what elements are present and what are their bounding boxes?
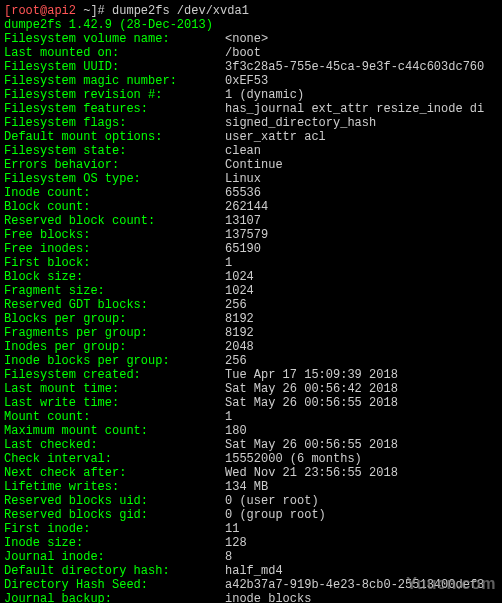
row-value: 256: [225, 298, 247, 312]
row-value: 1: [225, 256, 232, 270]
row-label: Inodes per group:: [4, 340, 225, 354]
row-value: 2048: [225, 340, 254, 354]
row-value: 128: [225, 536, 247, 550]
row-value: 8192: [225, 312, 254, 326]
row-label: Filesystem magic number:: [4, 74, 225, 88]
row-label: Errors behavior:: [4, 158, 225, 172]
row-value: 8: [225, 550, 232, 564]
output-row: Last mount time:Sat May 26 00:56:42 2018: [4, 382, 498, 396]
output-row: Block count:262144: [4, 200, 498, 214]
output-row: Inode blocks per group:256: [4, 354, 498, 368]
output-row: Blocks per group:8192: [4, 312, 498, 326]
row-label: Filesystem state:: [4, 144, 225, 158]
header-line: dumpe2fs 1.42.9 (28-Dec-2013): [4, 18, 498, 32]
output-row: Filesystem UUID:3f3c28a5-755e-45ca-9e3f-…: [4, 60, 498, 74]
row-label: Blocks per group:: [4, 312, 225, 326]
output-row: Fragments per group:8192: [4, 326, 498, 340]
row-label: Mount count:: [4, 410, 225, 424]
output-row: Reserved GDT blocks:256: [4, 298, 498, 312]
row-value: 8192: [225, 326, 254, 340]
row-label: Journal backup:: [4, 592, 225, 603]
row-label: Filesystem revision #:: [4, 88, 225, 102]
row-value: 65536: [225, 186, 261, 200]
row-value: /boot: [225, 46, 261, 60]
output-row: Filesystem OS type:Linux: [4, 172, 498, 186]
prompt-separator: ~]#: [76, 4, 112, 18]
row-label: Free blocks:: [4, 228, 225, 242]
row-label: Fragment size:: [4, 284, 225, 298]
output-row: Journal backup:inode blocks: [4, 592, 498, 603]
row-value: Sat May 26 00:56:55 2018: [225, 438, 398, 452]
row-value: 262144: [225, 200, 268, 214]
row-value: 15552000 (6 months): [225, 452, 362, 466]
row-value: 180: [225, 424, 247, 438]
row-label: Inode size:: [4, 536, 225, 550]
output-row: Filesystem flags:signed_directory_hash: [4, 116, 498, 130]
output-row: Reserved blocks uid:0 (user root): [4, 494, 498, 508]
row-label: Block count:: [4, 200, 225, 214]
row-label: Last write time:: [4, 396, 225, 410]
row-label: Inode blocks per group:: [4, 354, 225, 368]
row-label: Next check after:: [4, 466, 225, 480]
output-row: Journal inode:8: [4, 550, 498, 564]
output-row: Block size:1024: [4, 270, 498, 284]
row-label: First inode:: [4, 522, 225, 536]
prompt-user-host: [root@api2: [4, 4, 76, 18]
row-value: 11: [225, 522, 239, 536]
output-row: Inode count:65536: [4, 186, 498, 200]
output-row: Next check after:Wed Nov 21 23:56:55 201…: [4, 466, 498, 480]
row-label: Filesystem created:: [4, 368, 225, 382]
output-row: Lifetime writes:134 MB: [4, 480, 498, 494]
row-value: 134 MB: [225, 480, 268, 494]
row-value: 1024: [225, 270, 254, 284]
row-label: Reserved blocks uid:: [4, 494, 225, 508]
prompt-command: dumpe2fs /dev/xvda1: [112, 4, 249, 18]
row-value: 13107: [225, 214, 261, 228]
row-value: Sat May 26 00:56:42 2018: [225, 382, 398, 396]
row-value: 1 (dynamic): [225, 88, 304, 102]
row-label: Inode count:: [4, 186, 225, 200]
row-value: <none>: [225, 32, 268, 46]
row-value: 3f3c28a5-755e-45ca-9e3f-c44c603dc760: [225, 60, 484, 74]
output-row: Filesystem revision #:1 (dynamic): [4, 88, 498, 102]
row-value: 137579: [225, 228, 268, 242]
output-row: Inode size:128: [4, 536, 498, 550]
row-value: 0 (group root): [225, 508, 326, 522]
output-row: Mount count:1: [4, 410, 498, 424]
output-row: Inodes per group:2048: [4, 340, 498, 354]
row-value: half_md4: [225, 564, 283, 578]
prompt-line: [root@api2 ~]# dumpe2fs /dev/xvda1: [4, 4, 498, 18]
row-value: Tue Apr 17 15:09:39 2018: [225, 368, 398, 382]
row-label: Reserved block count:: [4, 214, 225, 228]
output-row: Last write time:Sat May 26 00:56:55 2018: [4, 396, 498, 410]
row-value: 65190: [225, 242, 261, 256]
output-row: Last checked:Sat May 26 00:56:55 2018: [4, 438, 498, 452]
row-label: Reserved blocks gid:: [4, 508, 225, 522]
row-label: Last checked:: [4, 438, 225, 452]
output-row: Last mounted on:/boot: [4, 46, 498, 60]
row-value: 0 (user root): [225, 494, 319, 508]
output-row: Free blocks:137579: [4, 228, 498, 242]
output-row: Filesystem volume name:<none>: [4, 32, 498, 46]
row-label: Last mounted on:: [4, 46, 225, 60]
row-value: Wed Nov 21 23:56:55 2018: [225, 466, 398, 480]
row-value: Linux: [225, 172, 261, 186]
row-value: inode blocks: [225, 592, 311, 603]
row-label: Filesystem UUID:: [4, 60, 225, 74]
row-value: Continue: [225, 158, 283, 172]
row-label: Journal inode:: [4, 550, 225, 564]
row-value: clean: [225, 144, 261, 158]
watermark: Yuucn.com: [406, 577, 496, 591]
row-label: Default mount options:: [4, 130, 225, 144]
row-value: user_xattr acl: [225, 130, 326, 144]
output-row: Free inodes:65190: [4, 242, 498, 256]
output-row: Errors behavior:Continue: [4, 158, 498, 172]
output-row: Filesystem features:has_journal ext_attr…: [4, 102, 498, 116]
row-label: Lifetime writes:: [4, 480, 225, 494]
output-row: Reserved blocks gid:0 (group root): [4, 508, 498, 522]
output-row: Filesystem created:Tue Apr 17 15:09:39 2…: [4, 368, 498, 382]
output-row: Check interval:15552000 (6 months): [4, 452, 498, 466]
row-label: Last mount time:: [4, 382, 225, 396]
output-row: Maximum mount count:180: [4, 424, 498, 438]
output-row: Default mount options:user_xattr acl: [4, 130, 498, 144]
